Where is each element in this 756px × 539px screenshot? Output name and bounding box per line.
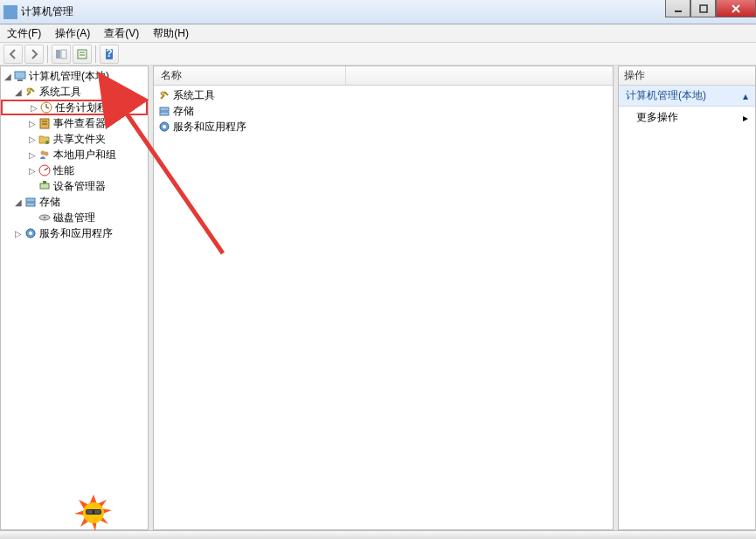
shared-folder-icon — [38, 132, 52, 146]
nav-forward-button[interactable] — [24, 45, 44, 64]
svg-rect-12 — [17, 79, 23, 81]
list-item-system-tools[interactable]: 系统工具 — [154, 87, 613, 103]
svg-rect-28 — [26, 203, 35, 206]
actions-section-title[interactable]: 计算机管理(本地) ▴ — [619, 86, 755, 107]
tree-device-manager-label: 设备管理器 — [53, 179, 106, 194]
list-header: 名称 — [154, 66, 613, 86]
tree-local-users[interactable]: ▷ 本地用户和组 — [1, 147, 148, 162]
services-icon — [24, 226, 38, 240]
expand-icon[interactable]: ▷ — [27, 166, 38, 176]
services-icon — [157, 120, 171, 134]
list-item-label: 服务和应用程序 — [173, 120, 246, 135]
tree-view: ◢ 计算机管理(本地) ◢ 系统工具 ▷ 任务计划程序 ▷ 事件查看器 ▷ — [1, 66, 148, 243]
tools-icon — [24, 85, 38, 99]
svg-point-30 — [44, 217, 45, 218]
event-icon — [38, 116, 52, 130]
tree-task-scheduler[interactable]: ▷ 任务计划程序 — [1, 100, 148, 115]
expand-icon[interactable]: ▷ — [29, 103, 39, 113]
tree-services-apps-label: 服务和应用程序 — [39, 226, 113, 241]
tree-disk-management[interactable]: 磁盘管理 — [1, 210, 148, 225]
nav-back-button[interactable] — [3, 45, 23, 64]
users-icon — [38, 148, 52, 162]
svg-rect-11 — [15, 72, 25, 79]
tree-performance[interactable]: ▷ 性能 — [1, 162, 148, 178]
tree-shared-folders-label: 共享文件夹 — [53, 132, 106, 147]
toolbar-separator — [95, 45, 96, 63]
toolbar: ? — [0, 43, 756, 66]
properties-button[interactable] — [73, 45, 92, 64]
storage-icon — [24, 195, 38, 209]
svg-point-20 — [45, 141, 49, 144]
toolbar-separator — [47, 45, 48, 63]
tree-event-viewer[interactable]: ▷ 事件查看器 — [1, 115, 148, 131]
maximize-button[interactable] — [690, 0, 716, 17]
tree-storage-label: 存储 — [39, 195, 60, 210]
app-icon — [3, 5, 17, 19]
tree-system-tools[interactable]: ◢ 系统工具 — [1, 84, 148, 100]
device-manager-icon — [38, 179, 52, 193]
menu-help[interactable]: 帮助(H) — [148, 24, 194, 43]
menu-action[interactable]: 操作(A) — [50, 24, 95, 43]
show-hide-tree-button[interactable] — [52, 45, 71, 64]
chevron-right-icon: ▸ — [743, 112, 748, 124]
svg-point-33 — [161, 92, 164, 95]
tree-root-label: 计算机管理(本地) — [29, 69, 109, 84]
action-more-label: 更多操作 — [636, 110, 678, 125]
svg-rect-4 — [56, 50, 60, 59]
action-more[interactable]: 更多操作 ▸ — [619, 107, 755, 128]
actions-panel: 操作 计算机管理(本地) ▴ 更多操作 ▸ — [618, 66, 756, 530]
status-bar — [0, 530, 756, 539]
tree-panel: ◢ 计算机管理(本地) ◢ 系统工具 ▷ 任务计划程序 ▷ 事件查看器 ▷ — [0, 66, 149, 530]
svg-rect-26 — [43, 181, 46, 183]
actions-header: 操作 — [619, 66, 755, 86]
expand-icon[interactable]: ▷ — [13, 229, 24, 238]
svg-rect-35 — [160, 112, 169, 115]
menu-bar: 文件(F) 操作(A) 查看(V) 帮助(H) — [0, 24, 756, 43]
menu-file[interactable]: 文件(F) — [2, 24, 46, 43]
collapse-icon[interactable]: ◢ — [3, 72, 13, 81]
tree-shared-folders[interactable]: ▷ 共享文件夹 — [1, 131, 148, 147]
disk-icon — [38, 211, 52, 225]
list-item-label: 系统工具 — [173, 88, 215, 103]
close-button[interactable] — [716, 0, 756, 17]
svg-point-22 — [45, 152, 49, 156]
expand-icon[interactable]: ▷ — [27, 119, 38, 128]
content-area: ◢ 计算机管理(本地) ◢ 系统工具 ▷ 任务计划程序 ▷ 事件查看器 ▷ — [0, 66, 756, 530]
tree-disk-management-label: 磁盘管理 — [53, 211, 95, 225]
tree-storage[interactable]: ◢ 存储 — [1, 194, 148, 210]
actions-section-label: 计算机管理(本地) — [626, 88, 706, 103]
tree-root[interactable]: ◢ 计算机管理(本地) — [1, 68, 148, 84]
svg-point-32 — [29, 231, 32, 235]
list-body: 系统工具 存储 服务和应用程序 — [154, 86, 613, 529]
tree-services-apps[interactable]: ▷ 服务和应用程序 — [1, 225, 148, 241]
minimize-button[interactable] — [665, 0, 690, 17]
svg-rect-25 — [40, 183, 49, 189]
svg-text:?: ? — [106, 48, 112, 59]
tree-device-manager[interactable]: 设备管理器 — [1, 178, 148, 194]
window-title: 计算机管理 — [21, 4, 73, 19]
collapse-icon: ▴ — [743, 90, 748, 102]
performance-icon — [38, 163, 52, 177]
list-panel: 名称 系统工具 存储 服务和应用程序 — [153, 66, 614, 530]
collapse-icon[interactable]: ◢ — [13, 197, 24, 207]
list-item-services-apps[interactable]: 服务和应用程序 — [154, 119, 613, 135]
tools-icon — [157, 88, 171, 102]
svg-rect-1 — [700, 5, 707, 12]
tree-system-tools-label: 系统工具 — [39, 85, 81, 100]
help-button[interactable]: ? — [100, 45, 119, 64]
expand-icon[interactable]: ▷ — [27, 135, 38, 144]
tree-event-viewer-label: 事件查看器 — [53, 116, 106, 131]
window-controls — [665, 0, 756, 17]
menu-view[interactable]: 查看(V) — [99, 24, 144, 43]
expand-icon[interactable]: ▷ — [27, 150, 38, 160]
tree-performance-label: 性能 — [53, 163, 74, 178]
computer-icon — [13, 69, 27, 83]
collapse-icon[interactable]: ◢ — [13, 87, 24, 97]
column-name[interactable]: 名称 — [154, 66, 346, 85]
clock-icon — [39, 100, 53, 114]
storage-icon — [157, 104, 171, 118]
svg-rect-27 — [26, 198, 35, 202]
tree-task-scheduler-label: 任务计划程序 — [55, 100, 118, 115]
svg-point-37 — [163, 125, 166, 128]
list-item-storage[interactable]: 存储 — [154, 103, 613, 119]
